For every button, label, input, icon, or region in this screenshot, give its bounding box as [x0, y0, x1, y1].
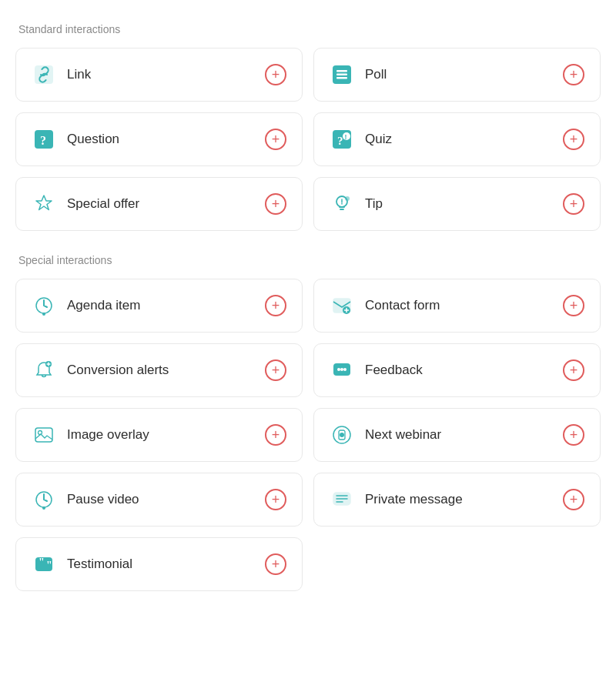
standard-section-title: Standard interactions: [15, 23, 601, 35]
poll-icon: [330, 62, 354, 87]
conversion-alerts-label: Conversion alerts: [67, 363, 169, 378]
tip-label: Tip: [365, 196, 383, 212]
next-webinar-add-button[interactable]: +: [563, 424, 584, 446]
special-section: Special interactions Agenda item +: [15, 254, 601, 591]
svg-text:?: ?: [40, 134, 46, 147]
next-webinar-label: Next webinar: [365, 427, 441, 443]
svg-text:": ": [46, 560, 52, 571]
quiz-add-button[interactable]: +: [563, 129, 584, 150]
feedback-label: Feedback: [365, 363, 423, 378]
contact-form-add-button[interactable]: +: [563, 295, 584, 316]
private-message-icon: [330, 487, 354, 512]
agenda-item-icon: [32, 293, 56, 318]
agenda-item-label: Agenda item: [67, 298, 140, 313]
svg-point-25: [340, 433, 344, 437]
svg-point-12: [345, 196, 350, 201]
feedback-card[interactable]: Feedback +: [313, 343, 601, 397]
svg-rect-4: [336, 77, 347, 79]
special-offer-card[interactable]: Special offer +: [15, 177, 303, 231]
poll-add-button[interactable]: +: [563, 64, 584, 85]
svg-text:?: ?: [337, 135, 343, 147]
image-overlay-label: Image overlay: [67, 427, 149, 443]
testimonial-add-button[interactable]: +: [265, 553, 286, 575]
question-icon: ?: [32, 127, 56, 152]
contact-form-icon: [330, 293, 354, 318]
special-offer-icon: [32, 192, 56, 216]
conversion-alerts-card[interactable]: Conversion alerts +: [15, 343, 303, 397]
tip-card[interactable]: Tip +: [313, 177, 601, 231]
svg-point-19: [337, 368, 340, 371]
svg-text:!: !: [345, 133, 347, 141]
image-overlay-icon: [32, 423, 56, 447]
private-message-card[interactable]: Private message +: [313, 473, 601, 527]
poll-card[interactable]: Poll +: [313, 48, 601, 102]
conversion-alerts-icon: [32, 358, 56, 383]
quiz-icon: ? !: [330, 127, 354, 152]
special-grid: Agenda item + Contact form: [15, 279, 601, 591]
svg-rect-3: [336, 74, 347, 76]
testimonial-icon: " ": [32, 552, 56, 577]
link-add-button[interactable]: +: [265, 64, 286, 85]
next-webinar-card[interactable]: Next webinar +: [313, 408, 601, 462]
testimonial-card[interactable]: " " Testimonial +: [15, 537, 303, 591]
image-overlay-add-button[interactable]: +: [265, 424, 286, 446]
question-add-button[interactable]: +: [265, 129, 286, 150]
standard-section: Standard interactions Link +: [15, 23, 601, 231]
svg-rect-22: [35, 428, 52, 442]
tip-icon: [330, 192, 354, 216]
question-card[interactable]: ? Question +: [15, 112, 303, 166]
svg-point-21: [343, 368, 346, 371]
svg-point-20: [340, 368, 343, 371]
poll-label: Poll: [365, 67, 387, 82]
link-card[interactable]: Link +: [15, 48, 303, 102]
private-message-add-button[interactable]: +: [563, 489, 584, 510]
svg-text:": ": [38, 557, 45, 568]
link-icon: [32, 62, 56, 87]
standard-grid: Link + Poll +: [15, 48, 601, 231]
tip-add-button[interactable]: +: [563, 193, 584, 215]
svg-point-23: [38, 431, 42, 435]
contact-form-label: Contact form: [365, 298, 440, 313]
contact-form-card[interactable]: Contact form +: [313, 279, 601, 333]
pause-video-add-button[interactable]: +: [265, 489, 286, 510]
private-message-label: Private message: [365, 492, 463, 507]
conversion-alerts-add-button[interactable]: +: [265, 359, 286, 381]
special-section-title: Special interactions: [15, 254, 601, 266]
pause-video-icon: [32, 487, 56, 512]
question-label: Question: [67, 132, 119, 147]
next-webinar-icon: [330, 423, 354, 447]
page-container: Standard interactions Link +: [15, 23, 601, 591]
svg-point-14: [42, 313, 45, 316]
image-overlay-card[interactable]: Image overlay +: [15, 408, 303, 462]
quiz-label: Quiz: [365, 132, 392, 147]
agenda-item-add-button[interactable]: +: [265, 295, 286, 316]
special-offer-label: Special offer: [67, 196, 139, 212]
feedback-add-button[interactable]: +: [563, 359, 584, 381]
quiz-card[interactable]: ? ! Quiz +: [313, 112, 601, 166]
feedback-icon: [330, 358, 354, 383]
link-label: Link: [67, 67, 91, 82]
pause-video-label: Pause video: [67, 492, 139, 507]
agenda-item-card[interactable]: Agenda item +: [15, 279, 303, 333]
svg-point-27: [42, 506, 45, 510]
testimonial-label: Testimonial: [67, 557, 132, 572]
special-offer-add-button[interactable]: +: [265, 193, 286, 215]
pause-video-card[interactable]: Pause video +: [15, 473, 303, 527]
svg-rect-2: [336, 70, 347, 72]
